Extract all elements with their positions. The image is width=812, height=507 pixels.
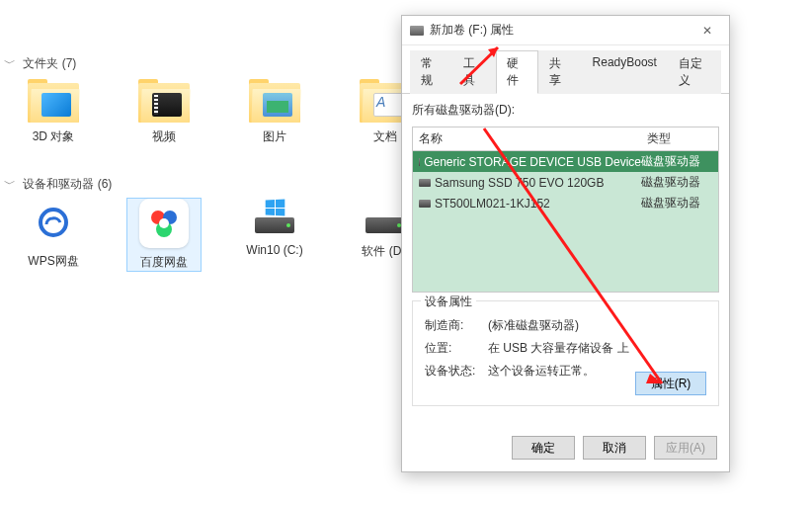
section-count: (6) bbox=[98, 177, 113, 191]
disk-icon bbox=[419, 179, 431, 187]
ok-button[interactable]: 确定 bbox=[512, 436, 575, 460]
device-row[interactable]: ST500LM021-1KJ152 磁盘驱动器 bbox=[413, 193, 718, 213]
location-value: 在 USB 大容量存储设备 上 bbox=[488, 340, 629, 357]
item-label: 百度网盘 bbox=[140, 254, 188, 271]
device-list-header: 名称 类型 bbox=[413, 127, 718, 151]
device-properties-group: 设备属性 制造商: (标准磁盘驱动器) 位置: 在 USB 大容量存储设备 上 … bbox=[412, 300, 719, 406]
col-name[interactable]: 名称 bbox=[413, 127, 641, 150]
dialog-body: 所有磁盘驱动器(D): 名称 类型 Generic STORAGE DEVICE… bbox=[402, 94, 729, 428]
disk-icon bbox=[419, 200, 431, 208]
close-icon[interactable]: ✕ bbox=[693, 21, 721, 41]
dialog-tabs: 常规 工具 硬件 共享 ReadyBoost 自定义 bbox=[402, 45, 729, 94]
item-label: Win10 (C:) bbox=[246, 243, 302, 257]
drive-c[interactable]: Win10 (C:) bbox=[237, 198, 312, 272]
tab-sharing[interactable]: 共享 bbox=[538, 50, 581, 94]
manufacturer-value: (标准磁盘驱动器) bbox=[488, 317, 579, 334]
tab-general[interactable]: 常规 bbox=[410, 50, 452, 94]
item-label: 3D 对象 bbox=[33, 128, 75, 145]
drive-baidu[interactable]: 百度网盘 bbox=[126, 198, 202, 272]
status-value: 这个设备运转正常。 bbox=[488, 363, 595, 380]
device-list[interactable]: 名称 类型 Generic STORAGE DEVICE USB Device … bbox=[412, 127, 719, 293]
drive-icon bbox=[410, 26, 424, 36]
folder-pictures[interactable]: 图片 bbox=[237, 79, 312, 145]
location-label: 位置: bbox=[425, 340, 488, 357]
device-name: Samsung SSD 750 EVO 120GB bbox=[435, 176, 604, 190]
section-drives-header[interactable]: ﹀ 设备和驱动器 (6) bbox=[4, 176, 112, 193]
svg-point-4 bbox=[159, 218, 169, 228]
device-row[interactable]: Samsung SSD 750 EVO 120GB 磁盘驱动器 bbox=[413, 172, 718, 193]
device-name: Generic STORAGE DEVICE USB Device bbox=[424, 155, 641, 169]
tab-tools[interactable]: 工具 bbox=[452, 50, 495, 94]
cloud-icon bbox=[29, 198, 78, 247]
section-count: (7) bbox=[62, 56, 77, 70]
section-label: 文件夹 bbox=[23, 56, 58, 70]
folder-icon bbox=[138, 79, 190, 123]
tab-readyboost[interactable]: ReadyBoost bbox=[582, 50, 668, 94]
dialog-title: 新加卷 (F:) 属性 bbox=[430, 22, 688, 39]
disk-icon bbox=[419, 158, 420, 166]
item-label: 视频 bbox=[152, 128, 176, 145]
folder-icon bbox=[249, 79, 300, 123]
manufacturer-label: 制造商: bbox=[425, 317, 488, 334]
folder-videos[interactable]: 视频 bbox=[126, 79, 202, 145]
item-label: WPS网盘 bbox=[28, 253, 78, 270]
dialog-buttons: 确定 取消 应用(A) bbox=[402, 428, 729, 471]
drive-wps[interactable]: WPS网盘 bbox=[16, 198, 91, 272]
folder-3d-objects[interactable]: 3D 对象 bbox=[16, 79, 91, 145]
device-row[interactable]: Generic STORAGE DEVICE USB Device 磁盘驱动器 bbox=[413, 151, 718, 172]
status-label: 设备状态: bbox=[425, 363, 488, 380]
item-label: 文档 bbox=[373, 128, 397, 145]
device-type: 磁盘驱动器 bbox=[641, 153, 718, 170]
section-folders-header[interactable]: ﹀ 文件夹 (7) bbox=[4, 55, 76, 72]
disk-icon bbox=[249, 198, 300, 237]
properties-dialog: 新加卷 (F:) 属性 ✕ 常规 工具 硬件 共享 ReadyBoost 自定义… bbox=[401, 15, 730, 472]
baidu-cloud-icon bbox=[139, 199, 189, 248]
group-title: 设备属性 bbox=[421, 294, 476, 310]
folder-icon bbox=[28, 79, 79, 123]
dialog-titlebar[interactable]: 新加卷 (F:) 属性 ✕ bbox=[402, 16, 729, 45]
apply-button[interactable]: 应用(A) bbox=[654, 436, 717, 460]
device-properties-button[interactable]: 属性(R) bbox=[635, 372, 706, 395]
section-label: 设备和驱动器 bbox=[23, 177, 94, 191]
col-type[interactable]: 类型 bbox=[641, 127, 718, 150]
device-name: ST500LM021-1KJ152 bbox=[435, 197, 550, 211]
all-drives-label: 所有磁盘驱动器(D): bbox=[412, 102, 719, 119]
device-type: 磁盘驱动器 bbox=[641, 174, 718, 191]
chevron-down-icon: ﹀ bbox=[4, 176, 16, 193]
tab-hardware[interactable]: 硬件 bbox=[496, 50, 538, 94]
cancel-button[interactable]: 取消 bbox=[583, 436, 646, 460]
chevron-down-icon: ﹀ bbox=[4, 55, 16, 72]
device-type: 磁盘驱动器 bbox=[641, 195, 718, 211]
svg-point-0 bbox=[41, 210, 66, 235]
tab-custom[interactable]: 自定义 bbox=[668, 50, 721, 94]
item-label: 图片 bbox=[263, 128, 286, 145]
